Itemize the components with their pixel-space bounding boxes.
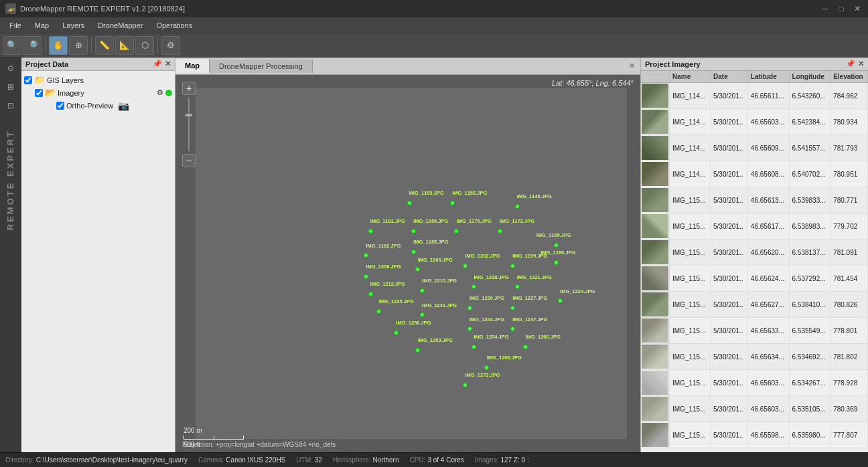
menu-layers[interactable]: Layers [56,20,91,31]
img-dot[interactable] [472,345,476,349]
zoom-out-button[interactable]: 🔎 [23,36,42,55]
settings-button[interactable]: ⚙ [161,36,180,55]
table-row[interactable]: IMG_114... 5/30/201.. 46.65603... 6.5423… [641,109,868,135]
img-dot[interactable] [472,284,476,289]
tab-map[interactable]: Map [175,59,210,74]
table-row[interactable]: IMG_115... 5/30/201.. 46.65613... 6.5398… [641,187,868,213]
col-date[interactable]: Date [711,71,748,83]
col-latitude[interactable]: Latitude [747,71,789,83]
imagery-item[interactable]: 📂 Imagery ⚙ [33,86,173,99]
table-row[interactable]: IMG_115... 5/30/201.. 46.65603... 6.5351… [641,396,868,422]
project-data-header-buttons: 📌 ✕ [153,60,171,68]
img-dot[interactable] [407,201,412,205]
polygon-button[interactable]: ⬡ [135,36,154,55]
img-dot[interactable] [554,260,559,265]
ortho-preview-checkbox[interactable] [56,102,64,110]
col-longitude[interactable]: Longitude [789,71,830,83]
img-dot[interactable] [510,306,515,310]
img-dot[interactable] [368,229,373,234]
gis-layers-item[interactable]: 📁 GIS Layers [23,74,173,86]
table-row[interactable]: IMG_115... 5/30/201.. 46.65620... 6.5381… [641,240,868,266]
img-dot[interactable] [411,229,416,234]
table-row[interactable]: IMG_115... 5/30/201.. 46.65634... 6.5346… [641,344,868,370]
thumbnail [642,84,668,108]
table-row[interactable]: IMG_115... 5/30/201.. 46.65633... 6.5355… [641,318,868,344]
col-elevation[interactable]: Elevation [830,71,868,83]
project-data-pin-button[interactable]: 📌 [153,60,162,68]
measure-line-button[interactable]: 📏 [95,36,114,55]
zoom-in-map-button[interactable]: + [182,82,196,95]
zoom-in-button[interactable]: 🔍 [3,36,21,55]
table-row[interactable]: IMG_115... 5/30/201.. 46.65598... 6.5359… [641,422,868,448]
table-row[interactable]: IMG_114... 5/30/201.. 46.65611... 6.5432… [641,83,868,109]
thumbnail [642,397,668,421]
restore-button[interactable]: □ [836,3,847,14]
map-close-button[interactable]: ✕ [624,59,640,73]
map-container[interactable]: Lat: 46.655°; Lng: 6.544° + − [175,75,640,452]
img-dot[interactable] [454,229,459,234]
thumbnail [642,423,668,447]
img-dot[interactable] [515,284,520,289]
img-dot[interactable] [411,250,416,254]
img-dot[interactable] [484,365,489,370]
menu-file[interactable]: File [3,20,28,31]
banner-btn-2[interactable]: ⊞ [3,79,19,95]
table-row[interactable]: IMG_115... 5/30/201.. 46.65627... 6.5384… [641,292,868,318]
img-dot[interactable] [558,298,563,303]
table-row[interactable]: IMG_115... 5/30/201.. 46.65624... 6.5372… [641,266,868,292]
img-dot[interactable] [510,326,515,331]
menu-operations[interactable]: Operations [149,20,199,31]
ortho-group: Ortho-Preview 📷 [33,99,173,112]
measure-area-button[interactable]: 📐 [115,36,134,55]
img-dot[interactable] [515,204,520,209]
img-dot[interactable] [467,326,472,331]
pan-button[interactable]: ✋ [49,36,68,55]
zoom-out-map-button[interactable]: − [182,154,196,167]
imagery-tbody: IMG_114... 5/30/201.. 46.65611... 6.5432… [641,83,868,448]
lng-cell: 6.542384... [789,109,830,135]
img-dot[interactable] [420,288,425,293]
gis-layers-label: GIS Layers [47,76,84,84]
img-dot[interactable] [498,229,502,234]
project-data-close-button[interactable]: ✕ [165,60,171,68]
menu-map[interactable]: Map [28,20,56,31]
img-dot[interactable] [523,345,528,349]
img-dot[interactable] [450,201,455,205]
img-dot[interactable] [364,253,368,258]
img-dot[interactable] [376,309,381,314]
imagery-checkbox[interactable] [35,89,43,97]
scale-line [184,436,244,440]
name-cell: IMG_114... [670,83,711,109]
img-dot[interactable] [463,383,467,387]
imagery-panel-close-button[interactable]: ✕ [858,60,864,68]
img-dot[interactable] [554,243,559,248]
close-button[interactable]: ✕ [852,3,863,14]
folder-icon: 📁 [34,75,45,85]
date-cell: 5/30/201.. [711,422,748,448]
img-dot[interactable] [415,267,420,272]
table-row[interactable]: IMG_115... 5/30/201.. 46.65603... 6.5342… [641,370,868,396]
img-dot[interactable] [368,292,373,296]
minimize-button[interactable]: ─ [820,3,830,14]
banner-btn-1[interactable]: ⊙ [3,60,19,76]
col-name[interactable]: Name [670,71,711,83]
tab-dronemapper-processing[interactable]: DroneMapper Processing [210,60,313,73]
img-dot[interactable] [415,348,420,353]
imagery-panel-pin-button[interactable]: 📌 [846,60,855,68]
identify-button[interactable]: ⊕ [69,36,88,55]
ortho-preview-item[interactable]: Ortho-Preview 📷 [55,99,173,112]
table-row[interactable]: IMG_115... 5/30/201.. 46.65617... 6.5389… [641,213,868,240]
date-cell: 5/30/201.. [711,240,748,266]
img-dot[interactable] [510,264,515,268]
table-row[interactable]: IMG_114... 5/30/201.. 46.65609... 6.5415… [641,135,868,161]
img-dot[interactable] [467,306,472,310]
menu-dronemapper[interactable]: DroneMapper [91,20,149,31]
img-dot[interactable] [420,312,425,317]
imagery-settings-icon[interactable]: ⚙ [157,88,163,97]
banner-btn-3[interactable]: ⊡ [3,98,19,114]
img-dot[interactable] [394,331,399,335]
gis-layers-checkbox[interactable] [24,76,32,84]
img-dot[interactable] [364,274,368,279]
table-row[interactable]: IMG_114... 5/30/201.. 46.65608... 6.5407… [641,161,868,187]
img-dot[interactable] [463,264,467,268]
